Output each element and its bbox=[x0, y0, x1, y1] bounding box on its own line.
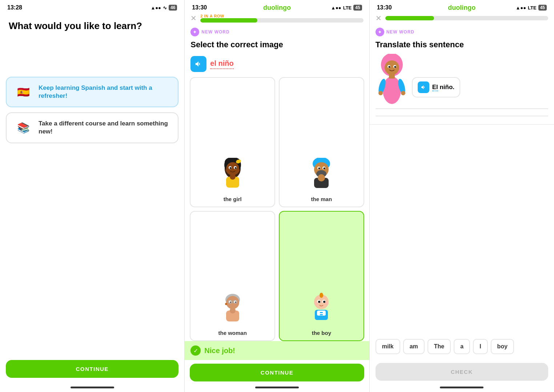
nice-job-text: Nice job! bbox=[204, 347, 235, 355]
option-spanish-text: Keep learning Spanish and start with a r… bbox=[39, 84, 170, 100]
spanish-word-2: el niño bbox=[210, 59, 233, 69]
svg-point-57 bbox=[378, 91, 383, 95]
screen-3: 13:30 duolingo ▲●● LTE 45 ✕ ✦ NEW WORD bbox=[370, 0, 554, 392]
answer-line-2 bbox=[376, 116, 548, 116]
audio-button-3[interactable] bbox=[418, 81, 429, 93]
books-icon: 📚 bbox=[14, 121, 33, 134]
speech-bubble-3: El niño. bbox=[412, 77, 460, 97]
screen-1: 13:28 ▲●● ∿ 46 What would you like to le… bbox=[0, 0, 185, 392]
old-woman-character bbox=[216, 290, 249, 330]
check-button[interactable]: CHECK bbox=[376, 363, 548, 381]
status-icons-1: ▲●● ∿ 46 bbox=[150, 5, 177, 11]
svg-point-22 bbox=[318, 174, 325, 181]
spanish-flag-icon: 🇪🇸 bbox=[14, 85, 33, 99]
network-badge-3: 45 bbox=[538, 5, 547, 11]
streak-bar-area: ✕ 2 IN A ROW bbox=[185, 13, 369, 25]
question-2: Select the correct image bbox=[185, 38, 369, 54]
status-icons-2: ▲●● LTE 45 bbox=[331, 5, 362, 11]
option-new-course-text: Take a different course and learn someth… bbox=[39, 120, 170, 136]
word-chip-milk[interactable]: milk bbox=[376, 339, 400, 354]
svg-point-28 bbox=[235, 301, 236, 303]
signal-icon-3: ▲●● bbox=[515, 5, 526, 11]
signal-icon-2: ▲●● bbox=[331, 5, 341, 11]
streak-bar-area-3: ✕ bbox=[370, 13, 554, 25]
network-badge-2: 45 bbox=[353, 5, 362, 11]
answer-lines bbox=[370, 108, 554, 123]
svg-point-52 bbox=[394, 66, 396, 68]
continue-button-1[interactable]: CONTINUE bbox=[6, 360, 178, 378]
new-word-label-2: NEW WORD bbox=[201, 29, 229, 35]
boy-character bbox=[305, 290, 338, 330]
new-word-icon-2: ✦ bbox=[190, 28, 199, 36]
signal-icon-1: ▲●● bbox=[150, 5, 161, 11]
svg-point-6 bbox=[237, 160, 240, 163]
svg-point-10 bbox=[229, 167, 231, 169]
hijab-character bbox=[376, 54, 408, 105]
word-chip-a[interactable]: a bbox=[454, 339, 470, 354]
audio-button-2[interactable] bbox=[190, 56, 206, 72]
time-2: 13:30 bbox=[192, 4, 207, 11]
progress-fill-2 bbox=[200, 18, 257, 23]
progress-bar-3 bbox=[385, 16, 548, 20]
speech-nino-word: niño. bbox=[439, 84, 454, 91]
checkmark-icon: ✓ bbox=[190, 345, 201, 356]
svg-point-13 bbox=[230, 174, 236, 180]
svg-point-58 bbox=[401, 91, 405, 95]
answer-line-1 bbox=[376, 108, 548, 109]
lte-label-2: LTE bbox=[343, 5, 352, 11]
svg-point-7 bbox=[226, 162, 239, 175]
progress-bar-2 bbox=[200, 18, 363, 23]
progress-fill-3 bbox=[385, 16, 434, 20]
svg-point-11 bbox=[234, 167, 236, 169]
status-bar-2: 13:30 duolingo ▲●● LTE 45 bbox=[185, 0, 369, 13]
svg-point-20 bbox=[324, 168, 325, 169]
svg-point-36 bbox=[320, 293, 323, 298]
word-bank: milk am The a I boy bbox=[370, 335, 554, 359]
options-list: 🇪🇸 Keep learning Spanish and start with … bbox=[0, 77, 184, 354]
svg-point-32 bbox=[225, 303, 227, 305]
close-button-2[interactable]: ✕ bbox=[190, 14, 197, 23]
page-title-1: What would you like to learn? bbox=[0, 13, 184, 40]
nice-job-bar: ✓ Nice job! bbox=[185, 341, 369, 360]
word-chip-boy[interactable]: boy bbox=[491, 339, 514, 354]
svg-point-48 bbox=[385, 60, 399, 75]
speech-text-3: El niño. bbox=[432, 84, 454, 91]
question-3: Translate this sentence bbox=[370, 38, 554, 54]
check-area: CHECK bbox=[370, 359, 554, 384]
close-button-3[interactable]: ✕ bbox=[376, 14, 382, 23]
image-card-man[interactable]: the man bbox=[279, 77, 364, 207]
word-chip-i[interactable]: I bbox=[473, 339, 487, 354]
svg-point-27 bbox=[230, 301, 231, 303]
option-new-course[interactable]: 📚 Take a different course and learn some… bbox=[6, 112, 178, 143]
new-word-area-2: ✦ NEW WORD bbox=[185, 25, 369, 38]
option-spanish[interactable]: 🇪🇸 Keep learning Spanish and start with … bbox=[6, 77, 178, 107]
home-indicator-3 bbox=[440, 387, 483, 388]
time-1: 13:28 bbox=[7, 4, 22, 11]
svg-rect-54 bbox=[389, 74, 395, 79]
continue-button-2[interactable]: CONTINUE bbox=[190, 364, 364, 381]
image-card-boy[interactable]: the boy bbox=[279, 211, 364, 341]
home-indicator-1 bbox=[71, 387, 114, 388]
status-icons-3: ▲●● LTE 45 bbox=[515, 5, 547, 11]
status-bar-1: 13:28 ▲●● ∿ 46 bbox=[0, 0, 184, 13]
word-chip-the[interactable]: The bbox=[427, 339, 451, 354]
girl-character bbox=[216, 156, 249, 196]
network-badge-1: 46 bbox=[169, 5, 177, 11]
continue-area-1: CONTINUE bbox=[0, 354, 184, 384]
home-indicator-2 bbox=[255, 387, 299, 388]
status-bar-3: 13:30 duolingo ▲●● LTE 45 bbox=[370, 0, 554, 13]
image-card-girl[interactable]: the girl bbox=[190, 77, 275, 207]
wifi-icon-1: ∿ bbox=[163, 5, 167, 11]
image-card-man-label: the man bbox=[311, 196, 332, 202]
svg-point-39 bbox=[318, 301, 320, 303]
character-area-3: El niño. bbox=[370, 54, 554, 105]
svg-point-51 bbox=[388, 66, 390, 68]
word-chip-am[interactable]: am bbox=[403, 339, 425, 354]
svg-point-53 bbox=[383, 76, 401, 104]
divider-3 bbox=[370, 124, 554, 125]
new-word-icon-3: ✦ bbox=[376, 28, 384, 36]
time-3: 13:30 bbox=[377, 4, 392, 11]
speech-el-word: El bbox=[432, 84, 438, 91]
image-card-old-woman[interactable]: the woman bbox=[190, 211, 275, 341]
image-card-boy-label: the boy bbox=[312, 330, 331, 336]
